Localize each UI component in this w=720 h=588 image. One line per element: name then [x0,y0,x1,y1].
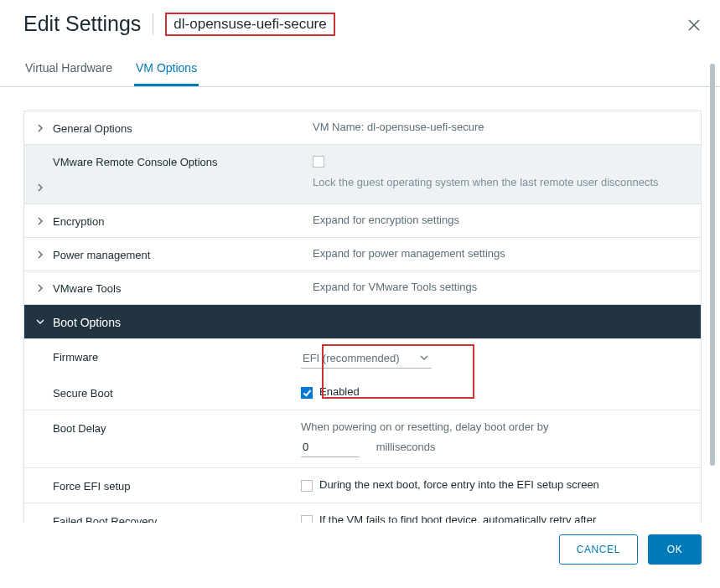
tab-vm-options[interactable]: VM Options [134,53,199,86]
scrollbar-thumb[interactable] [710,64,715,466]
row-encryption[interactable]: Encryption Expand for encryption setting… [24,204,701,237]
spacer [36,154,48,156]
boot-delay-value-cell: When powering on or resetting, delay boo… [301,420,689,457]
row-label: Boot Options [53,314,313,329]
row-value: VM Name: dl-opensuse-uefi-secure [313,121,689,133]
vm-name-highlight: dl-opensuse-uefi-secure [165,13,334,36]
row-label: VMware Remote Console Options [53,154,313,194]
row-vmware-tools[interactable]: VMware Tools Expand for VMware Tools set… [24,271,701,304]
cancel-button[interactable]: CANCEL [559,534,638,565]
subrow-failed-boot: Failed Boot Recovery If the VM fails to … [24,503,701,523]
row-power-management[interactable]: Power management Expand for power manage… [24,237,701,271]
close-button[interactable] [686,18,702,34]
boot-delay-input[interactable] [301,438,360,457]
settings-panel: General Options VM Name: dl-opensuse-uef… [23,111,702,523]
row-value: Expand for VMware Tools settings [313,281,689,293]
tabs: Virtual Hardware VM Options [0,53,720,87]
force-efi-checkbox[interactable] [301,480,313,492]
header-divider [153,13,153,35]
firmware-value-cell: EFI (recommended) [301,349,689,369]
dialog-header: Edit Settings dl-opensuse-uefi-secure [0,7,720,44]
failed-boot-checkbox[interactable] [301,515,313,523]
chevron-down-icon [420,352,428,364]
subrow-force-efi: Force EFI setup During the next boot, fo… [24,467,701,503]
boot-options-expanded: Firmware EFI (recommended) Secure Boot E… [24,338,701,523]
row-vmrc-options[interactable]: VMware Remote Console Options Lock the g… [24,144,701,204]
subrow-boot-delay: Boot Delay When powering on or resetting… [24,410,701,467]
boot-delay-label: Boot Delay [53,420,301,435]
subrow-firmware: Firmware EFI (recommended) [24,339,701,379]
chevron-right-icon [36,180,48,194]
row-label: Encryption [53,214,313,228]
tab-virtual-hardware[interactable]: Virtual Hardware [23,53,114,86]
edit-settings-dialog: Edit Settings dl-opensuse-uefi-secure Vi… [0,0,720,588]
ok-button[interactable]: OK [648,534,702,565]
secure-boot-label: Secure Boot [53,385,301,400]
row-value: Expand for encryption settings [313,214,689,226]
row-label: General Options [53,121,313,135]
close-icon [687,18,701,32]
firmware-select[interactable]: EFI (recommended) [301,349,432,369]
subrow-secure-boot: Secure Boot Enabled [24,379,701,410]
chevron-right-icon [36,214,48,228]
firmware-label: Firmware [53,349,301,364]
force-efi-label: Force EFI setup [53,478,301,493]
dialog-title: Edit Settings [23,12,141,36]
vmrc-lock-checkbox[interactable] [313,156,324,168]
settings-scroll[interactable]: General Options VM Name: dl-opensuse-uef… [0,87,720,523]
row-value: Expand for power management settings [313,247,689,260]
secure-boot-value-cell: Enabled [301,385,689,399]
chevron-down-icon [36,314,48,328]
secure-boot-checkbox[interactable] [301,387,313,399]
row-label: VMware Tools [53,281,313,295]
row-label: Power management [53,247,313,261]
scrollbar[interactable] [710,64,715,514]
failed-boot-value-cell: If the VM fails to find boot device, aut… [301,513,689,523]
dialog-footer: CANCEL OK [0,523,720,588]
row-general-options[interactable]: General Options VM Name: dl-opensuse-uef… [24,111,701,144]
row-value: Lock the guest operating system when the… [313,154,689,188]
chevron-right-icon [36,281,48,295]
chevron-right-icon [36,121,48,135]
force-efi-value-cell: During the next boot, force entry into t… [301,478,689,492]
chevron-right-icon [36,247,48,261]
failed-boot-label: Failed Boot Recovery [53,513,301,523]
row-boot-options[interactable]: Boot Options [24,304,701,338]
